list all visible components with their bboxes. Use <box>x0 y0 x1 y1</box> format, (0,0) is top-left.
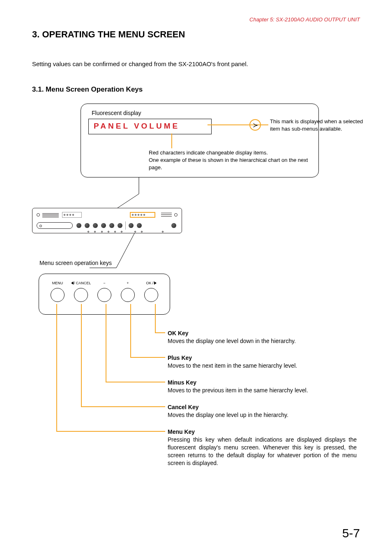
red-char-note-line1: Red characters indicate changeable displ… <box>149 149 318 157</box>
menu-keys-box: MENU / CANCEL − + OK / <box>39 274 170 315</box>
cancel-key: / CANCEL <box>70 280 92 314</box>
device-led-block-left <box>62 212 82 218</box>
submenu-mark-icon: ≻ <box>249 119 261 131</box>
submenu-note: This mark is displayed when a selected i… <box>270 118 364 132</box>
red-char-note: Red characters indicate changeable displ… <box>149 149 318 172</box>
diagram-area: Fluorescent display PANEL VOLUME ≻ This … <box>32 104 360 473</box>
device-screw-icon <box>174 213 178 216</box>
menu-key-desc-title: Menu Key <box>168 428 357 436</box>
intro-text: Setting values can be confirmed or chang… <box>32 60 360 67</box>
plus-key-desc-body: Moves to the next item in the same hiera… <box>168 362 297 369</box>
device-jack-icon <box>88 231 89 233</box>
red-char-note-line2: One example of these is shown in the hie… <box>149 157 318 171</box>
device-jack-icon <box>141 231 143 233</box>
ok-key-button-icon <box>144 288 158 302</box>
menu-key-button-icon <box>51 288 65 302</box>
minus-key-desc-body: Moves to the previous item in the same h… <box>168 387 308 394</box>
section-title: 3. OPERATING THE MENU SCREEN <box>32 29 360 40</box>
menu-keys-label: Menu screen operation keys <box>39 260 112 266</box>
menu-key-desc-body: Pressing this key when default indicatio… <box>168 436 357 467</box>
device-knob-icon <box>129 223 134 228</box>
cancel-key-label-text: / CANCEL <box>74 281 91 285</box>
device-front-panel <box>32 208 182 233</box>
device-knob-icon <box>85 223 90 228</box>
fluorescent-display-label: Fluorescent display <box>92 110 311 116</box>
device-jack-icon <box>94 231 96 233</box>
device-knob-icon <box>171 223 176 228</box>
device-knob-icon <box>109 223 114 228</box>
cancel-key-label: / CANCEL <box>71 280 91 286</box>
plus-key-button-icon <box>121 288 135 302</box>
device-jack-icon <box>114 231 116 233</box>
menu-key: MENU <box>46 280 69 314</box>
device-screw-icon <box>37 213 40 216</box>
minus-key-desc-title: Minus Key <box>168 379 357 387</box>
device-knob-icon <box>76 223 81 228</box>
device-knob-icon <box>101 223 106 228</box>
device-menu-keys-highlight <box>130 212 155 218</box>
cancel-key-button-icon <box>74 288 88 302</box>
device-knob-icon <box>118 223 122 228</box>
menu-key-description: Menu Key Pressing this key when default … <box>168 428 357 467</box>
plus-key-label: + <box>127 280 129 286</box>
device-jack-icon <box>108 231 109 233</box>
ok-key-label-text: OK / <box>146 281 153 285</box>
minus-key-button-icon <box>97 288 111 302</box>
triangle-left-icon <box>71 281 74 285</box>
plus-key: + <box>117 280 139 314</box>
triangle-right-icon <box>154 281 157 285</box>
subsection-title: 3.1. Menu Screen Operation Keys <box>32 85 360 94</box>
device-jack-icon <box>101 231 103 233</box>
lcd-panel: PANEL VOLUME <box>88 119 212 134</box>
menu-key-label: MENU <box>52 280 63 286</box>
device-jack-icon <box>121 231 122 233</box>
device-lcd-icon <box>37 222 73 229</box>
minus-key-description: Minus Key Moves to the previous item in … <box>168 379 357 394</box>
device-knob-icon <box>93 223 98 228</box>
device-status-icon <box>161 212 172 218</box>
device-knob-icon <box>137 223 142 228</box>
ok-key-label: OK / <box>146 280 156 286</box>
device-jack-icon <box>134 231 136 233</box>
device-divider <box>125 221 126 230</box>
ok-key: OK / <box>140 280 162 314</box>
fluorescent-display-box: Fluorescent display PANEL VOLUME ≻ This … <box>81 104 319 177</box>
submenu-glyph: ≻ <box>253 121 258 129</box>
cancel-key-description: Cancel Key Moves the display one level u… <box>168 403 357 419</box>
ok-key-description: OK Key Moves the display one level down … <box>168 329 357 345</box>
chapter-header: Chapter 5: SX-2100AO AUDIO OUTPUT UNIT <box>32 16 360 23</box>
cancel-key-desc-body: Moves the display one level up in the hi… <box>168 412 288 418</box>
page-number: 5-7 <box>342 526 360 540</box>
plus-key-description: Plus Key Moves to the next item in the s… <box>168 354 357 370</box>
lcd-text: PANEL VOLUME <box>94 122 180 130</box>
plus-key-desc-title: Plus Key <box>168 354 357 362</box>
device-jack-icon <box>162 231 164 233</box>
device-vents-icon <box>42 212 59 217</box>
ok-key-desc-title: OK Key <box>168 329 357 337</box>
cancel-key-desc-title: Cancel Key <box>168 403 357 411</box>
minus-key-label: − <box>103 280 105 286</box>
minus-key: − <box>93 280 115 314</box>
red-char-callout-line <box>171 134 172 148</box>
ok-key-desc-body: Moves the display one level down in the … <box>168 338 296 344</box>
